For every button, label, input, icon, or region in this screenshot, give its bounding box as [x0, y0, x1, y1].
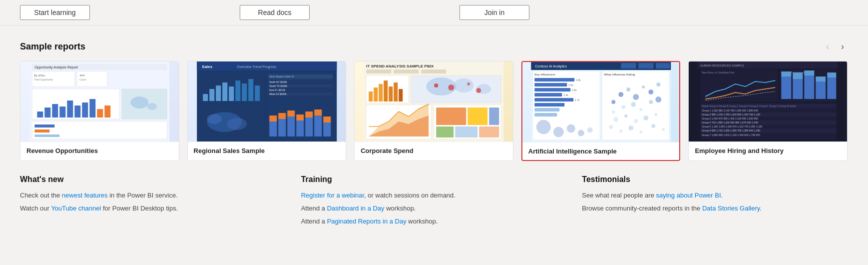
svg-rect-11 — [44, 108, 50, 118]
carousel-next-button[interactable]: › — [837, 40, 848, 53]
testimonials-line-2: Browse community-created reports in the … — [582, 203, 848, 214]
paginated-reports-link[interactable]: Paginated Reports in a Day — [327, 218, 407, 225]
report-card-corporate[interactable]: IT SPEND ANALYSIS SAMPLE PBIX — [354, 61, 513, 161]
svg-text:East    FL    $210k: East FL $210k — [269, 88, 286, 92]
svg-point-137 — [656, 82, 660, 86]
svg-text:1.4x: 1.4x — [563, 94, 568, 96]
testimonials-title: Testimonials — [582, 175, 848, 184]
svg-point-152 — [639, 130, 642, 134]
svg-point-151 — [628, 126, 633, 130]
svg-text:$1.97bn: $1.97bn — [34, 74, 45, 77]
svg-text:South   TX    $180k: South TX $180k — [269, 84, 287, 88]
svg-rect-13 — [59, 106, 65, 118]
carousel-prev-button[interactable]: ‹ — [822, 40, 833, 53]
start-learning-button[interactable]: Start learning — [20, 5, 90, 20]
data-stories-gallery-link[interactable]: Data Stories Gallery — [702, 204, 760, 212]
read-docs-button[interactable]: Read docs — [240, 5, 310, 20]
svg-rect-32 — [203, 94, 208, 101]
training-title: Training — [301, 175, 567, 184]
youtube-channel-link[interactable]: YouTube channel — [51, 204, 101, 212]
svg-rect-79 — [374, 88, 378, 102]
bottom-grid: What's new Check out the newest features… — [20, 175, 848, 229]
svg-rect-16 — [82, 102, 88, 118]
join-in-button[interactable]: Join in — [459, 5, 529, 20]
svg-point-21 — [130, 96, 148, 108]
svg-point-150 — [619, 130, 622, 132]
report-card-revenue[interactable]: Opportunity Analysis Report $1.97bn Tota… — [20, 61, 179, 161]
svg-rect-112 — [534, 83, 567, 86]
svg-rect-66 — [305, 118, 313, 136]
svg-rect-10 — [37, 112, 43, 118]
svg-point-149 — [609, 125, 613, 129]
svg-rect-116 — [534, 103, 564, 106]
svg-point-153 — [651, 124, 655, 128]
svg-rect-113 — [534, 88, 570, 92]
svg-rect-18 — [97, 109, 103, 118]
svg-rect-81 — [384, 80, 388, 102]
svg-rect-115 — [534, 98, 573, 102]
svg-rect-97 — [436, 108, 466, 125]
svg-rect-69 — [314, 110, 322, 116]
svg-rect-101 — [455, 126, 477, 138]
svg-rect-60 — [278, 119, 286, 136]
svg-rect-26 — [34, 134, 59, 137]
svg-rect-64 — [296, 120, 304, 136]
training-line-3: Attend a Paginated Reports in a Day work… — [301, 216, 567, 227]
svg-point-22 — [147, 103, 157, 110]
svg-point-56 — [227, 118, 247, 130]
svg-point-135 — [642, 86, 645, 88]
report-label-regional: Regional Sales Sample — [188, 142, 346, 160]
register-webinar-link[interactable]: Register for a webinar — [301, 192, 364, 199]
report-label-revenue: Revenue Opportunities — [20, 142, 179, 160]
whats-new-line-2: Watch our YouTube channel for Power BI D… — [20, 203, 286, 214]
carousel-nav: ‹ › — [822, 40, 848, 53]
svg-point-145 — [624, 114, 627, 118]
svg-text:HUMAN RESOURCES SAMPLE: HUMAN RESOURCES SAMPLE — [701, 64, 745, 67]
saying-power-bi-link[interactable]: saying about Power BI — [656, 192, 721, 199]
svg-rect-25 — [34, 130, 49, 132]
report-label-hiring: Employee Hiring and History — [689, 142, 847, 160]
svg-text:Group 4   720        1,890    : Group 4 720 1,890 1,230 560 980 1,670 82… — [702, 121, 759, 124]
report-thumbnail-revenue: Opportunity Analysis Report $1.97bn Tota… — [20, 62, 179, 142]
svg-rect-36 — [229, 86, 234, 101]
svg-text:Total Opportunity: Total Opportunity — [34, 78, 53, 81]
svg-point-127 — [578, 130, 584, 136]
svg-rect-75 — [394, 70, 419, 74]
svg-point-92 — [476, 88, 481, 93]
svg-rect-108 — [656, 63, 670, 68]
svg-text:Contoso  AI  Analytics: Contoso AI Analytics — [535, 64, 567, 68]
testimonials-section: Testimonials See what real people are sa… — [582, 175, 848, 229]
svg-rect-98 — [467, 108, 487, 125]
newest-features-link[interactable]: newest features — [62, 192, 108, 199]
svg-text:Group 1   1,320      890      : Group 1 1,320 890 2,140 780 1,560 920 1,… — [702, 109, 759, 112]
svg-text:IT SPEND ANALYSIS SAMPLE PBIX: IT SPEND ANALYSIS SAMPLE PBIX — [366, 64, 434, 68]
svg-rect-65 — [296, 114, 304, 120]
report-thumbnail-hiring: HUMAN RESOURCES SAMPLE New Hires vs Cand… — [689, 62, 847, 142]
svg-rect-58 — [269, 122, 277, 136]
svg-rect-164 — [793, 79, 803, 99]
dashboard-day-link[interactable]: Dashboard in a Day — [327, 204, 385, 212]
svg-text:New Hires vs Candidate Pool: New Hires vs Candidate Pool — [702, 71, 735, 74]
svg-rect-33 — [209, 89, 214, 101]
svg-rect-17 — [89, 99, 95, 118]
svg-point-124 — [536, 120, 550, 134]
svg-text:Group 5   1,180      1,050    : Group 5 1,180 1,050 1,640 870 1,310 740 … — [702, 125, 763, 128]
svg-point-134 — [633, 94, 639, 100]
svg-text:Overview   Trend   Progress: Overview Trend Progress — [237, 65, 276, 69]
svg-text:444: 444 — [79, 74, 85, 77]
svg-rect-76 — [421, 70, 446, 74]
report-card-ai[interactable]: Contoso AI Analytics Key Influencers — [521, 61, 681, 161]
svg-text:Count: Count — [79, 78, 86, 81]
testimonials-line-1: See what real people are saying about Po… — [582, 190, 848, 201]
svg-rect-63 — [287, 110, 295, 116]
svg-rect-74 — [366, 70, 391, 74]
svg-rect-102 — [479, 126, 499, 138]
sample-reports-title: Sample reports — [20, 42, 85, 52]
svg-text:1.7x: 1.7x — [575, 98, 580, 102]
svg-rect-84 — [399, 89, 403, 102]
report-card-hiring[interactable]: HUMAN RESOURCES SAMPLE New Hires vs Cand… — [688, 61, 848, 161]
top-buttons-row: Start learning Read docs Join in — [0, 0, 868, 26]
svg-text:1.8x: 1.8x — [576, 78, 581, 82]
svg-rect-158 — [701, 70, 778, 102]
report-card-regional[interactable]: Sales Overview Trend Progress — [187, 61, 347, 161]
